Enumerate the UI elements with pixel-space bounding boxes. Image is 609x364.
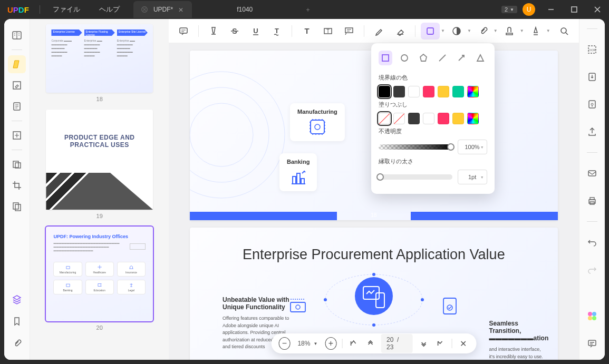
color-swatch[interactable] [393, 113, 405, 124]
redo-icon[interactable] [583, 261, 601, 279]
thumbnail-18[interactable]: Enterprise License Enterprise Floating L… [46, 24, 153, 93]
layers-icon[interactable] [8, 290, 26, 308]
eraser-icon[interactable] [391, 23, 410, 40]
notification-badge[interactable]: 2▼ [501, 6, 517, 13]
close-button[interactable] [586, 0, 609, 19]
color-swatch[interactable] [423, 86, 434, 97]
comments-panel-icon[interactable] [583, 335, 601, 352]
attachment-icon[interactable] [8, 335, 26, 352]
tab-f1040[interactable]: f1040 [192, 1, 297, 18]
reader-mode-icon[interactable] [8, 26, 26, 44]
thumbnail-19[interactable]: PRODUCT EDGE AND PRACTICAL USES [46, 110, 153, 210]
opacity-label: 不透明度 [379, 127, 487, 135]
polygon-shape-button[interactable] [417, 51, 430, 65]
avatar[interactable]: U [523, 3, 535, 16]
menu-file[interactable]: ファイル [43, 5, 90, 14]
new-tab-button[interactable]: ＋ [297, 1, 318, 18]
fill-sign-icon[interactable] [8, 126, 26, 144]
edit-tool-icon[interactable] [8, 76, 26, 94]
underline-icon[interactable]: U [246, 23, 265, 40]
color-swatch[interactable] [408, 86, 420, 97]
highlight-icon[interactable] [204, 23, 223, 40]
minimize-button[interactable] [539, 0, 563, 19]
callout-icon[interactable] [340, 23, 359, 40]
color-swatch[interactable] [467, 113, 479, 124]
email-icon[interactable] [583, 164, 601, 182]
page-input[interactable]: 20 / 23 [381, 334, 413, 353]
arrow-shape-button[interactable] [455, 51, 468, 65]
color-swatch[interactable] [452, 86, 464, 97]
opacity-slider[interactable] [379, 144, 452, 150]
annotation-toolbar: S U T T T ▼ ▼ ▼ ▼ ▼ [169, 19, 579, 43]
stroke-slider[interactable] [379, 174, 452, 180]
opacity-value[interactable]: 100% [458, 140, 487, 154]
bookmark-icon[interactable] [8, 312, 26, 330]
thumb-number: 20 [46, 324, 153, 331]
fill-color-label: 塗りつぶし [379, 101, 487, 109]
color-swatch[interactable] [467, 86, 479, 97]
stamp2-icon[interactable] [500, 23, 519, 40]
print-icon[interactable] [583, 192, 601, 210]
share-icon[interactable] [583, 123, 601, 141]
thumbnail-20[interactable]: UPDF: Powering Industry Offices ▬▬▬▬▬▬▬▬… [46, 227, 153, 321]
prev-page-button[interactable] [364, 337, 376, 350]
menu-help[interactable]: ヘルプ [90, 5, 129, 14]
svg-rect-37 [291, 302, 305, 312]
svg-point-54 [588, 316, 592, 320]
undo-icon[interactable] [583, 233, 601, 251]
last-page-button[interactable] [434, 337, 446, 350]
maximize-button[interactable] [563, 0, 586, 19]
pages-tool-icon[interactable] [8, 97, 26, 115]
zoom-out-button[interactable]: − [278, 337, 290, 350]
close-nav-button[interactable]: ✕ [457, 337, 469, 350]
color-swatch[interactable] [452, 113, 464, 124]
color-swatch[interactable] [379, 113, 390, 124]
rectangle-shape-button[interactable] [379, 51, 392, 65]
svg-rect-50 [590, 198, 594, 200]
svg-point-23 [561, 28, 566, 33]
svg-point-53 [592, 312, 596, 316]
line-shape-button[interactable] [436, 51, 449, 65]
next-page-button[interactable] [418, 337, 430, 350]
convert-icon[interactable] [583, 68, 601, 86]
redact-icon[interactable] [8, 155, 26, 173]
color-swatch[interactable] [393, 86, 405, 97]
left-sidebar [4, 19, 30, 360]
compress-icon[interactable] [8, 198, 26, 215]
close-icon[interactable]: ✕ [178, 6, 185, 13]
zoom-in-button[interactable]: + [325, 337, 336, 350]
first-page-button[interactable] [347, 337, 359, 350]
protect-icon[interactable] [583, 95, 601, 113]
text-icon[interactable]: T [297, 23, 316, 40]
color-swatch[interactable] [438, 113, 449, 124]
tab-updf[interactable]: UPDF* ✕ [133, 1, 192, 18]
border-color-swatches [379, 86, 487, 97]
shape-tool-button[interactable] [421, 23, 440, 40]
stroke-value[interactable]: 1pt [458, 170, 487, 184]
zoom-dropdown[interactable]: 18%▼ [295, 340, 320, 347]
pencil-icon[interactable] [370, 23, 389, 40]
color-swatch[interactable] [423, 113, 434, 124]
thumbnail-panel: Enterprise License Enterprise Floating L… [30, 19, 169, 360]
comment-tool-icon[interactable] [8, 55, 26, 73]
crop-icon[interactable] [8, 176, 26, 194]
squiggly-icon[interactable]: T [267, 23, 286, 40]
attach-icon[interactable] [473, 23, 492, 40]
ocr-icon[interactable]: OCR [583, 41, 601, 58]
textbox-icon[interactable]: T [318, 23, 337, 40]
triangle-shape-button[interactable] [473, 51, 487, 65]
stamp-icon[interactable] [447, 23, 466, 40]
color-swatch[interactable] [379, 86, 390, 97]
stroke-width-label: 縁取りの太さ [379, 158, 487, 165]
circle-shape-button[interactable] [398, 51, 411, 65]
note-icon[interactable] [174, 23, 193, 40]
color-swatch[interactable] [438, 86, 449, 97]
app-logo: UPDF [0, 5, 36, 14]
search-icon[interactable] [555, 23, 574, 40]
color-swatch[interactable] [408, 113, 420, 124]
svg-point-26 [190, 103, 253, 166]
signature-icon[interactable] [526, 23, 545, 40]
ai-icon[interactable] [583, 307, 601, 325]
svg-point-47 [591, 103, 593, 105]
strikethrough-icon[interactable]: S [225, 23, 244, 40]
